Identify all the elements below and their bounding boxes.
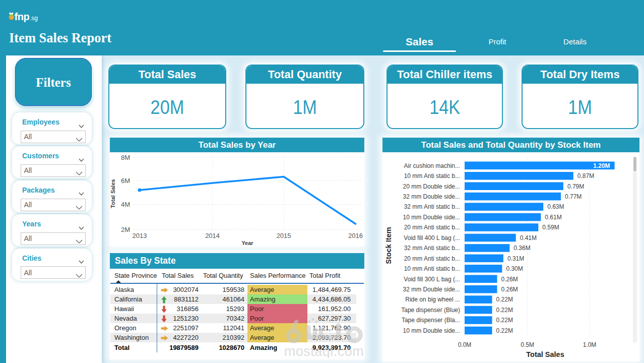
svg-text:Void fill 400 L bag (...: Void fill 400 L bag (... (404, 234, 460, 241)
svg-text:mostaql.com: mostaql.com (284, 344, 364, 358)
svg-text:Void fill 300 L bag (...: Void fill 300 L bag (... (404, 276, 460, 283)
svg-text:0.26M: 0.26M (501, 286, 518, 293)
svg-text:2013: 2013 (133, 232, 147, 239)
svg-text:Ride on big wheel ...: Ride on big wheel ... (405, 296, 460, 303)
svg-text:0.41M: 0.41M (520, 234, 537, 241)
svg-text:0.77M: 0.77M (565, 193, 582, 200)
svg-text:20 mm Double side...: 20 mm Double side... (403, 183, 460, 190)
svg-text:Total Sales: Total Sales (110, 179, 116, 208)
svg-text:2M: 2M (121, 226, 130, 233)
svg-text:0.22M: 0.22M (496, 296, 513, 303)
svg-text:20 mm Anti static b...: 20 mm Anti static b... (404, 224, 460, 231)
svg-text:0.61M: 0.61M (545, 214, 561, 221)
svg-text:10 mm Anti static b...: 10 mm Anti static b... (404, 172, 460, 179)
svg-text:1.0M: 1.0M (583, 341, 597, 348)
svg-text:10 mm Double side...: 10 mm Double side... (403, 327, 460, 334)
svg-text:20 mm Anti static b...: 20 mm Anti static b... (404, 255, 460, 262)
svg-text:2014: 2014 (205, 232, 220, 239)
svg-text:Stock Item: Stock Item (384, 227, 393, 264)
svg-text:0.87M: 0.87M (577, 172, 594, 179)
svg-text:4M: 4M (121, 201, 130, 208)
svg-text:Tape dispenser (Bla...: Tape dispenser (Bla... (402, 317, 460, 324)
svg-text:32 mm Double side...: 32 mm Double side... (403, 193, 460, 200)
svg-text:32 mm Anti static b...: 32 mm Anti static b... (404, 203, 460, 210)
svg-text:10 mm Double side...: 10 mm Double side... (403, 214, 460, 221)
svg-text:Total Sales: Total Sales (526, 350, 564, 358)
svg-text:0.79M: 0.79M (567, 183, 584, 190)
svg-text:2016: 2016 (348, 232, 363, 239)
svg-text:0.0M: 0.0M (458, 341, 472, 348)
svg-text:2015: 2015 (277, 232, 291, 239)
svg-text:6M: 6M (121, 177, 130, 185)
svg-text:0.30M: 0.30M (506, 265, 523, 272)
svg-text:0.31M: 0.31M (507, 255, 524, 262)
svg-text:fnp: fnp (15, 12, 30, 22)
svg-text:0.59M: 0.59M (542, 224, 559, 231)
svg-text:8M: 8M (121, 154, 130, 161)
svg-text:0.22M: 0.22M (496, 317, 513, 324)
svg-text:0.26M: 0.26M (501, 276, 518, 283)
svg-text:Tape dispenser (Blue): Tape dispenser (Blue) (401, 307, 460, 314)
svg-text:.sg: .sg (30, 15, 38, 22)
svg-text:0.5M: 0.5M (521, 341, 534, 348)
svg-text:0.63M: 0.63M (547, 203, 564, 210)
svg-text:0.22M: 0.22M (496, 307, 513, 314)
svg-text:10 mm Anti static b...: 10 mm Anti static b... (404, 265, 460, 272)
svg-text:0.22M: 0.22M (496, 327, 513, 334)
svg-text:1.20M: 1.20M (593, 162, 610, 169)
svg-text:0.36M: 0.36M (513, 245, 530, 252)
svg-text:32 mm Double side...: 32 mm Double side... (403, 286, 460, 293)
svg-text:Air cushion machin...: Air cushion machin... (404, 162, 460, 169)
svg-text:Year: Year (241, 240, 253, 246)
svg-text:32 mm Anti static b...: 32 mm Anti static b... (404, 245, 460, 252)
